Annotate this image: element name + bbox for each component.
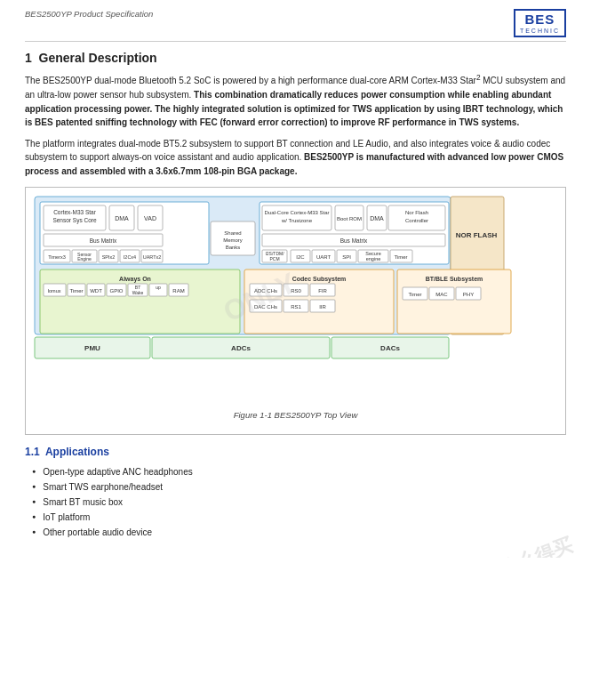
svg-text:Banks: Banks	[226, 245, 241, 250]
svg-text:engine: engine	[366, 256, 381, 261]
svg-text:PMU: PMU	[84, 344, 100, 352]
section1-heading: 1 General Description	[25, 51, 566, 65]
svg-text:Timer: Timer	[394, 254, 407, 260]
svg-text:Timerx3: Timerx3	[48, 254, 66, 260]
svg-text:WDT: WDT	[90, 288, 102, 294]
svg-text:Controller: Controller	[405, 218, 428, 223]
svg-text:UARTx2: UARTx2	[143, 254, 162, 260]
svg-text:MAC: MAC	[435, 292, 448, 297]
svg-text:NOR FLASH: NOR FLASH	[456, 231, 498, 239]
svg-text:PCM: PCM	[269, 256, 279, 261]
svg-text:GPIO: GPIO	[109, 288, 123, 294]
svg-text:Dual-Core Cortex-M33 Star: Dual-Core Cortex-M33 Star	[264, 210, 329, 215]
svg-text:RAM: RAM	[172, 288, 184, 294]
svg-text:DACs: DACs	[380, 344, 400, 352]
svg-text:Timer: Timer	[69, 288, 83, 294]
document-title: BES2500YP Product Specification	[25, 9, 153, 19]
page-header: BES2500YP Product Specification BES TECH…	[25, 9, 566, 42]
svg-text:VAD: VAD	[144, 215, 156, 221]
diagram-svg: NOR FLASH RF PMU ADCs DACs Cortex-M33 St…	[33, 195, 558, 410]
svg-text:Always On: Always On	[119, 276, 151, 283]
svg-text:BT/BLE Subsystem: BT/BLE Subsystem	[426, 276, 483, 283]
section11-number: 1.1	[25, 446, 40, 458]
list-item: Smart BT music box	[32, 495, 566, 510]
svg-text:RS1: RS1	[291, 304, 301, 310]
svg-text:Sensor Sys Core: Sensor Sys Core	[52, 217, 97, 224]
section1-title: General Description	[39, 51, 157, 65]
section1-number: 1	[25, 51, 32, 65]
paragraph-2: The platform integrates dual-mode BT5.2 …	[25, 137, 566, 179]
svg-text:SPIx2: SPIx2	[102, 254, 116, 260]
list-item: IoT platform	[32, 510, 566, 525]
list-item: Other portable audio device	[32, 525, 566, 540]
svg-text:SPI: SPI	[342, 254, 351, 260]
svg-text:Bus Matrix: Bus Matrix	[90, 237, 117, 244]
svg-text:Nor Flash: Nor Flash	[405, 210, 428, 215]
svg-text:IIR: IIR	[319, 304, 326, 310]
applications-list: Open-type adaptive ANC headphones Smart …	[25, 464, 566, 540]
logo-name: BES	[525, 12, 555, 28]
svg-text:Shared: Shared	[224, 230, 241, 236]
svg-text:DMA: DMA	[115, 215, 129, 221]
svg-text:PHY: PHY	[463, 292, 474, 297]
svg-text:DMA: DMA	[370, 215, 384, 221]
svg-text:Boot ROM: Boot ROM	[337, 216, 362, 221]
svg-text:FIR: FIR	[318, 288, 327, 294]
logo-sub: TECHNIC	[520, 28, 560, 35]
block-diagram: NOR FLASH RF PMU ADCs DACs Cortex-M33 St…	[25, 187, 566, 435]
svg-text:Iomux: Iomux	[48, 288, 61, 294]
svg-text:up: up	[156, 285, 161, 290]
svg-text:Codec Subsystem: Codec Subsystem	[292, 276, 347, 283]
diagram-caption: Figure 1-1 BES2500YP Top View	[33, 410, 558, 420]
section11-title: Applications	[45, 446, 109, 458]
svg-text:UART: UART	[316, 254, 331, 260]
logo: BES TECHNIC	[514, 9, 566, 37]
svg-text:Timer: Timer	[408, 292, 421, 297]
svg-text:Engine: Engine	[77, 256, 92, 261]
svg-text:w/ Trustzone: w/ Trustzone	[281, 218, 313, 223]
svg-text:Wake: Wake	[132, 290, 144, 295]
list-item: Open-type adaptive ANC headphones	[32, 464, 566, 479]
svg-text:Bus Matrix: Bus Matrix	[340, 237, 368, 244]
svg-text:ADCs: ADCs	[231, 344, 251, 352]
paragraph-1: The BES2500YP dual-mode Bluetooth 5.2 So…	[25, 72, 566, 129]
svg-text:I2Cx4: I2Cx4	[124, 254, 136, 260]
section11-heading: 1.1 Applications	[25, 446, 566, 458]
svg-text:Cortex-M33 Star: Cortex-M33 Star	[53, 209, 97, 215]
svg-text:Memory: Memory	[223, 237, 243, 243]
svg-text:I2C: I2C	[296, 254, 305, 260]
list-item: Smart TWS earphone/headset	[32, 479, 566, 495]
